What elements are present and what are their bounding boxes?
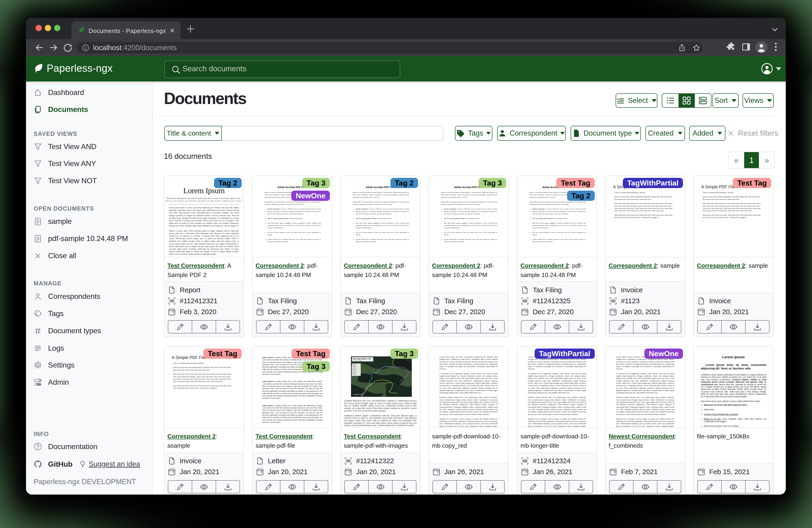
svg-text:Google Earth: Google Earth (353, 394, 362, 396)
